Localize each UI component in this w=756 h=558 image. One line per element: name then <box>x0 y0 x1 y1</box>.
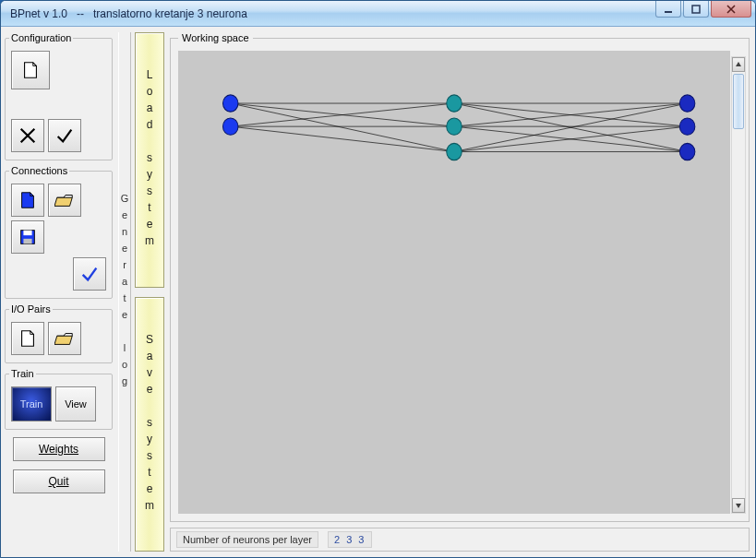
save-system-button[interactable]: Save system <box>135 297 164 552</box>
group-train-legend: Train <box>9 368 36 379</box>
titlebar[interactable]: BPnet v 1.0 -- translatorno kretanje 3 n… <box>1 1 755 27</box>
quit-button[interactable]: Quit <box>13 469 105 493</box>
close-button[interactable] <box>711 1 751 18</box>
svg-point-24 <box>447 143 462 160</box>
io-new-button[interactable] <box>11 322 44 355</box>
connections-save-button[interactable] <box>11 220 44 254</box>
status-values: 2 3 3 <box>328 531 372 548</box>
config-new-button[interactable] <box>11 51 50 89</box>
group-configuration: Configuration <box>5 32 113 160</box>
load-system-button[interactable]: Load system <box>135 32 164 288</box>
generate-log-label: Generate log <box>119 193 130 392</box>
svg-point-23 <box>447 118 462 135</box>
svg-rect-4 <box>23 239 31 244</box>
group-connections: Connections <box>5 165 113 299</box>
svg-rect-3 <box>23 231 31 236</box>
workspace: Working space <box>170 32 750 522</box>
load-system-label: Load system <box>143 68 156 251</box>
window-buttons <box>654 1 751 18</box>
connections-confirm-button[interactable] <box>73 257 106 291</box>
svg-point-25 <box>679 95 694 112</box>
svg-point-22 <box>447 95 462 112</box>
svg-point-26 <box>679 118 694 135</box>
svg-rect-0 <box>665 11 672 13</box>
weights-button[interactable]: Weights <box>13 437 105 461</box>
train-button[interactable]: Train <box>11 386 52 421</box>
svg-point-20 <box>222 95 237 112</box>
svg-point-27 <box>679 143 694 160</box>
svg-line-7 <box>231 103 454 151</box>
connections-new-button[interactable] <box>11 184 44 217</box>
group-io-pairs-legend: I/O Pairs <box>9 303 53 315</box>
scroll-thumb[interactable] <box>733 74 744 129</box>
svg-line-10 <box>231 126 454 151</box>
config-confirm-button[interactable] <box>48 119 81 152</box>
workspace-vscrollbar[interactable] <box>731 56 746 514</box>
status-bar: Number of neurons per layer 2 3 3 <box>170 528 750 552</box>
view-button[interactable]: View <box>55 386 96 421</box>
group-connections-legend: Connections <box>9 165 69 176</box>
maximize-button[interactable] <box>683 1 709 18</box>
sidebar: Configuration Connections <box>1 27 116 557</box>
svg-point-21 <box>222 118 237 135</box>
generate-log-bar[interactable]: Generate log <box>118 32 131 552</box>
window-title: BPnet v 1.0 -- translatorno kretanje 3 n… <box>10 7 247 20</box>
main-area: Working space Number of neurons per laye… <box>166 27 755 557</box>
network-diagram <box>178 51 730 514</box>
load-save-column: Load system Save system <box>135 32 164 552</box>
workspace-canvas[interactable] <box>178 51 730 514</box>
scroll-down-icon[interactable] <box>732 498 745 513</box>
client-area: Configuration Connections <box>1 27 755 557</box>
io-open-button[interactable] <box>48 322 81 355</box>
workspace-legend: Working space <box>178 32 253 43</box>
group-configuration-legend: Configuration <box>9 32 73 43</box>
status-label: Number of neurons per layer <box>176 531 318 548</box>
app-window: BPnet v 1.0 -- translatorno kretanje 3 n… <box>0 0 756 558</box>
save-system-label: Save system <box>143 333 156 516</box>
config-cancel-button[interactable] <box>11 119 44 152</box>
minimize-button[interactable] <box>655 1 681 18</box>
group-train: Train Train View <box>5 368 113 430</box>
svg-rect-1 <box>692 6 700 13</box>
connections-open-button[interactable] <box>48 184 81 217</box>
scroll-up-icon[interactable] <box>732 57 745 72</box>
group-io-pairs: I/O Pairs <box>5 303 113 363</box>
